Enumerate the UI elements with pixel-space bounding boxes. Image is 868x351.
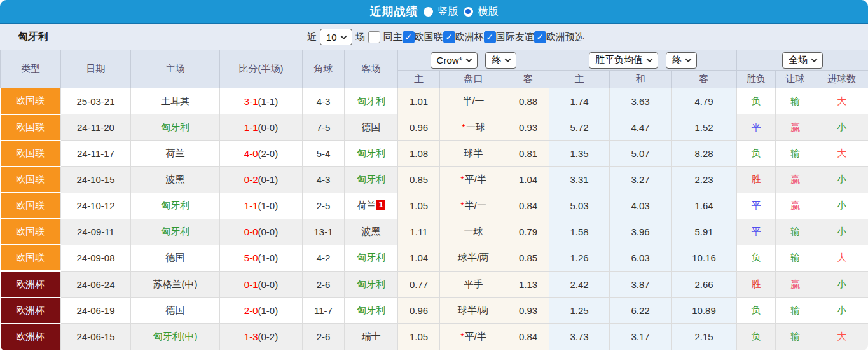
full-time-score: 1-1 bbox=[244, 122, 258, 133]
cell-result: 平 bbox=[737, 219, 776, 245]
radio-dot-icon bbox=[465, 9, 471, 14]
league-checkbox-label[interactable]: 欧国联 bbox=[415, 31, 443, 43]
avg-stage-select[interactable]: 终 bbox=[666, 52, 697, 69]
cell-avg-away: 2.66 bbox=[672, 271, 737, 297]
result-text: 胜 bbox=[752, 279, 761, 289]
home-team-name: 苏格兰(中) bbox=[153, 279, 198, 289]
cell-handicap-result: 赢 bbox=[776, 167, 815, 193]
cell-avg-draw: 4.03 bbox=[610, 193, 672, 219]
cell-handicap: 球半/两 bbox=[440, 245, 507, 271]
full-time-score: 0-2 bbox=[244, 174, 258, 185]
home-team-name: 波黑 bbox=[166, 174, 185, 184]
radio-vertical-label[interactable]: 竖版 bbox=[438, 5, 458, 18]
same-home-checkbox[interactable] bbox=[368, 31, 380, 43]
league-checkbox-label[interactable]: 欧洲预选 bbox=[546, 31, 584, 43]
cell-away-team: 匈牙利 bbox=[345, 167, 398, 193]
table-row: 欧洲杯24-06-19德国2-0(1-0)11-7匈牙利0.96球半/两0.93… bbox=[1, 298, 868, 324]
odds-stage-select[interactable]: 终 bbox=[485, 52, 516, 69]
odds-company-select[interactable]: Crow* bbox=[431, 52, 478, 69]
home-team-name: 匈牙利(中) bbox=[153, 331, 198, 341]
half-time-score: (0-2) bbox=[258, 331, 279, 342]
cell-home-team: 匈牙利(中) bbox=[131, 324, 220, 350]
cell-avg-draw: 5.07 bbox=[610, 141, 672, 167]
same-home-label[interactable]: 同主 bbox=[383, 31, 403, 43]
handicap-result-text: 输 bbox=[790, 226, 800, 237]
cell-goals-result: 大 bbox=[815, 324, 868, 350]
cell-avg-away: 10.16 bbox=[672, 245, 737, 271]
half-time-score: (0-0) bbox=[258, 122, 279, 133]
cell-avg-away: 4.79 bbox=[672, 88, 737, 114]
cell-league-type: 欧国联 bbox=[1, 167, 61, 193]
result-text: 负 bbox=[752, 305, 761, 315]
league-checkbox[interactable] bbox=[484, 31, 496, 43]
games-count-select[interactable]: 10 bbox=[320, 29, 352, 45]
half-time-score: (1-0) bbox=[258, 252, 279, 263]
chevron-down-icon bbox=[340, 33, 347, 39]
cell-odds-away: 1.13 bbox=[507, 271, 549, 297]
result-text: 负 bbox=[752, 148, 761, 158]
cell-home-team: 德国 bbox=[131, 298, 220, 324]
cell-league-type: 欧国联 bbox=[1, 245, 61, 271]
away-team-name: 匈牙利 bbox=[357, 95, 385, 106]
cell-handicap-result: 赢 bbox=[776, 271, 815, 297]
cell-league-type: 欧国联 bbox=[1, 141, 61, 167]
result-text: 胜 bbox=[752, 174, 761, 184]
cell-away-team: 匈牙利 bbox=[345, 298, 398, 324]
cell-odds-away: 0.85 bbox=[507, 245, 549, 271]
league-checkbox-label[interactable]: 国际友谊 bbox=[496, 31, 534, 43]
radio-horizontal-label[interactable]: 横版 bbox=[478, 5, 499, 18]
cell-goals-result: 大 bbox=[815, 245, 868, 271]
cell-score: 1-3(0-2) bbox=[220, 324, 303, 350]
cell-home-team: 土耳其 bbox=[131, 88, 220, 114]
sub-header-odds-home: 主 bbox=[398, 71, 440, 88]
cell-date: 24-11-17 bbox=[61, 141, 131, 167]
league-filter-list: 欧国联欧洲杯国际友谊欧洲预选 bbox=[403, 31, 584, 43]
cell-home-team: 匈牙利 bbox=[131, 193, 220, 219]
cell-away-team: 匈牙利 bbox=[345, 141, 398, 167]
cell-score: 0-0(0-0) bbox=[220, 219, 303, 245]
table-row: 欧国联24-11-20匈牙利1-1(0-0)7-5德国0.96*一球0.935.… bbox=[1, 114, 868, 141]
scope-select[interactable]: 全场 bbox=[782, 52, 823, 69]
cell-avg-draw: 3.17 bbox=[610, 324, 672, 350]
handicap-text: 球半/两 bbox=[458, 252, 489, 263]
page-title: 近期战绩 bbox=[370, 4, 418, 19]
league-checkbox[interactable] bbox=[443, 31, 455, 43]
cell-away-team: 瑞士 bbox=[345, 324, 398, 350]
cell-handicap: 半/一 bbox=[440, 88, 507, 114]
team-name: 匈牙利 bbox=[18, 24, 48, 50]
result-text: 负 bbox=[752, 95, 761, 106]
cell-odds-away: 0.81 bbox=[507, 141, 549, 167]
cell-avg-away: 2.23 bbox=[672, 167, 737, 193]
goals-result-text: 大 bbox=[837, 95, 846, 106]
handicap-result-text: 赢 bbox=[790, 200, 800, 210]
cell-result: 胜 bbox=[737, 167, 776, 193]
cell-handicap: *一球 bbox=[440, 114, 507, 141]
cell-date: 25-03-21 bbox=[61, 88, 131, 114]
chevron-down-icon bbox=[685, 56, 692, 62]
cell-result: 平 bbox=[737, 114, 776, 141]
chevron-down-icon bbox=[505, 56, 511, 62]
cell-away-team: 匈牙利 bbox=[345, 245, 398, 271]
league-checkbox-label[interactable]: 欧洲杯 bbox=[455, 31, 484, 43]
recent-results-panel: 近期战绩 竖版 横版 匈牙利 近 10 场 同主 欧国联欧洲杯国际友谊欧洲预选 bbox=[0, 0, 868, 351]
avg-type-select[interactable]: 胜平负均值 bbox=[589, 52, 658, 69]
handicap-text: 平手 bbox=[464, 279, 483, 289]
radio-horizontal-layout[interactable] bbox=[464, 7, 473, 17]
handicap-star: * bbox=[462, 121, 465, 132]
cell-result: 胜 bbox=[737, 271, 776, 297]
league-checkbox[interactable] bbox=[534, 31, 546, 43]
col-header-home: 主场 bbox=[131, 50, 220, 88]
cell-league-type: 欧洲杯 bbox=[1, 271, 61, 297]
cell-handicap-result: 赢 bbox=[776, 114, 815, 141]
cell-date: 24-09-08 bbox=[61, 245, 131, 271]
home-team-name: 土耳其 bbox=[161, 95, 189, 106]
cell-avg-away: 5.91 bbox=[672, 219, 737, 245]
league-checkbox[interactable] bbox=[403, 31, 415, 43]
cell-date: 24-06-19 bbox=[61, 298, 131, 324]
radio-vertical-layout[interactable] bbox=[424, 7, 433, 17]
cell-goals-result: 小 bbox=[815, 271, 868, 297]
result-text: 平 bbox=[752, 121, 761, 132]
cell-handicap-result: 输 bbox=[776, 324, 815, 350]
cell-handicap: 一球 bbox=[440, 219, 507, 245]
cell-avg-home: 1.58 bbox=[549, 219, 610, 245]
